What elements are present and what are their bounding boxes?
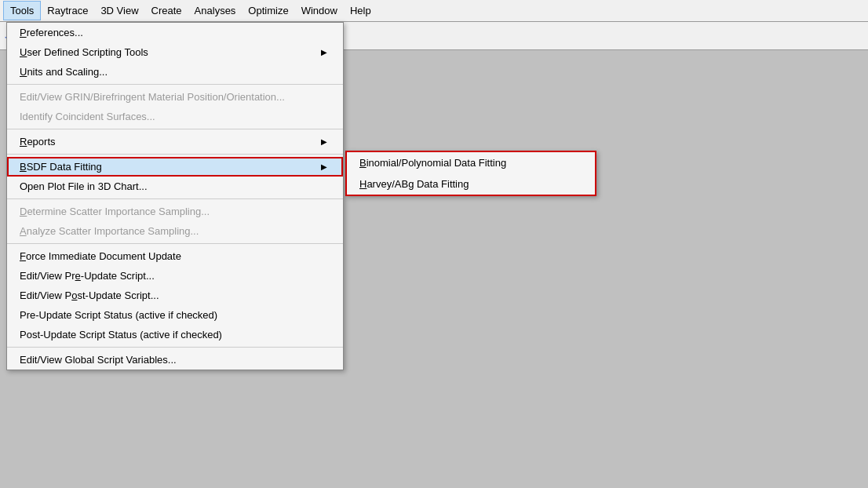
separator-2 [7, 129, 343, 129]
menu-item-pre-status[interactable]: Pre-Update Script Status (active if chec… [7, 305, 343, 325]
bsdf-submenu: Binomial/Polynomial Data Fitting Harvey/… [345, 151, 596, 196]
menu-analyses[interactable]: Analyses [188, 2, 243, 20]
menu-create[interactable]: Create [145, 2, 188, 20]
menu-raytrace[interactable]: Raytrace [41, 2, 94, 20]
menu-item-user-defined[interactable]: User Defined Scripting Tools ▶ [7, 42, 343, 62]
submenu-arrow-user-defined: ▶ [321, 48, 327, 56]
menu-item-bsdf[interactable]: BSDF Data Fitting ▶ [7, 157, 343, 177]
submenu-item-harvey[interactable]: Harvey/ABg Data Fitting [347, 173, 595, 195]
menu-item-preferences[interactable]: Preferences... [7, 23, 343, 42]
menu-item-pre-update[interactable]: Edit/View Pre-Update Script... [7, 266, 343, 286]
menu-help[interactable]: Help [344, 2, 377, 20]
submenu-item-binomial[interactable]: Binomial/Polynomial Data Fitting [347, 152, 595, 173]
menu-optimize[interactable]: Optimize [242, 2, 294, 20]
menubar: Tools Raytrace 3D View Create Analyses O… [0, 0, 868, 22]
menu-item-reports[interactable]: Reports ▶ [7, 132, 343, 151]
menu-item-post-update[interactable]: Edit/View Post-Update Script... [7, 286, 343, 305]
menu-item-grin: Edit/View GRIN/Birefringent Material Pos… [7, 87, 343, 107]
menu-item-units[interactable]: Units and Scaling... [7, 62, 343, 82]
menu-item-coincident: Identify Coincident Surfaces... [7, 107, 343, 126]
separator-1 [7, 84, 343, 85]
menu-3dview[interactable]: 3D View [94, 2, 144, 20]
tools-dropdown-menu: Preferences... User Defined Scripting To… [6, 22, 344, 370]
menu-window[interactable]: Window [295, 2, 344, 20]
separator-6 [7, 347, 343, 348]
submenu-arrow-reports: ▶ [321, 137, 327, 146]
menu-item-scatter-importance: Determine Scatter Importance Sampling... [7, 202, 343, 221]
menu-tools[interactable]: Tools [3, 1, 41, 20]
menu-item-global-script[interactable]: Edit/View Global Script Variables... [7, 350, 343, 370]
submenu-arrow-bsdf: ▶ [321, 162, 327, 171]
separator-3 [7, 154, 343, 155]
menu-item-post-status[interactable]: Post-Update Script Status (active if che… [7, 325, 343, 344]
separator-4 [7, 198, 343, 199]
separator-5 [7, 243, 343, 244]
menu-item-force-update[interactable]: Force Immediate Document Update [7, 246, 343, 266]
menu-item-analyze-scatter: Analyze Scatter Importance Sampling... [7, 221, 343, 241]
menu-item-open-plot[interactable]: Open Plot File in 3D Chart... [7, 177, 343, 196]
